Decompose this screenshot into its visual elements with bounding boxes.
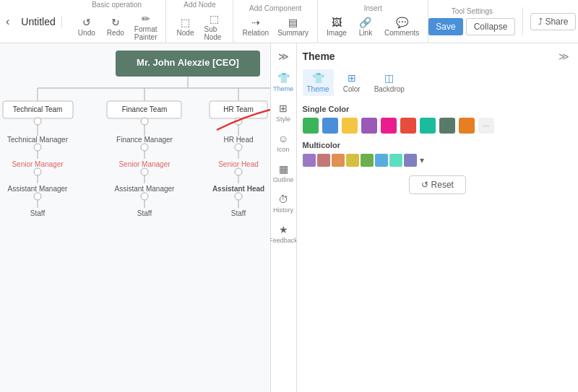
sidebar-icon-strip: ≫ 👕 Theme ⊞ Style ☺ Icon ▦ Outline ⏱ His… xyxy=(270,43,296,392)
back-button[interactable]: ‹ xyxy=(0,12,15,31)
relation-button[interactable]: ⇢Relation xyxy=(239,15,272,38)
multicolor-4[interactable] xyxy=(346,154,359,167)
outline-icon-button[interactable]: ▦ Outline xyxy=(271,159,296,188)
history-icon: ⏱ xyxy=(278,193,288,205)
theme-icon: 👕 xyxy=(277,72,290,84)
multicolor-dropdown[interactable]: ▾ xyxy=(420,155,424,165)
tab-backdrop-icon: ◫ xyxy=(384,72,394,84)
color-swatch-blue[interactable] xyxy=(322,118,338,134)
svg-text:HR Head: HR Head xyxy=(223,136,253,144)
tab-color[interactable]: ⊞ Color xyxy=(337,69,367,96)
collapse-sidebar-button[interactable]: ≫ xyxy=(271,46,296,66)
share-icon: ⤴ xyxy=(538,17,543,27)
tab-color-icon: ⊞ xyxy=(348,72,356,84)
icon-icon: ☺ xyxy=(278,133,288,144)
svg-point-41 xyxy=(235,168,242,175)
collapse-icon: ≫ xyxy=(278,51,289,62)
sub-node-button[interactable]: ⬚Sub Node xyxy=(201,12,227,43)
tab-theme-label: Theme xyxy=(307,85,329,93)
svg-point-20 xyxy=(141,118,148,125)
svg-text:Assistant Manager: Assistant Manager xyxy=(8,185,68,193)
reset-icon: ↺ xyxy=(421,180,428,190)
feedback-icon: ★ xyxy=(279,224,288,235)
theme-panel-title: Theme xyxy=(303,51,335,62)
color-swatch-dark-green[interactable] xyxy=(439,118,455,134)
format-painter-button[interactable]: ✏Format Painter xyxy=(131,12,160,43)
collapse-button[interactable]: Collapse xyxy=(466,18,516,35)
color-swatch-orange[interactable] xyxy=(459,118,475,134)
theme-panel: Theme ≫ 👕 Theme ⊞ Color ◫ Backdrop Singl… xyxy=(296,43,579,392)
redo-button[interactable]: ↻Redo xyxy=(103,15,129,38)
svg-point-11 xyxy=(34,168,41,175)
color-swatch-more[interactable]: ··· xyxy=(478,118,494,134)
tab-theme-icon: 👕 xyxy=(312,72,324,84)
color-swatch-green[interactable] xyxy=(303,118,319,134)
color-swatch-pink[interactable] xyxy=(381,118,397,134)
icon-icon-label: Icon xyxy=(277,146,289,153)
save-button[interactable]: Save xyxy=(428,18,462,35)
style-icon-button[interactable]: ⊞ Style xyxy=(271,98,296,127)
root-label: Mr. John Alexzie [CEO] xyxy=(137,57,239,68)
multicolor-label: Multicolor xyxy=(303,141,573,149)
svg-point-29 xyxy=(141,193,148,200)
reset-button[interactable]: ↺ Reset xyxy=(409,175,466,194)
svg-text:Finance Team: Finance Team xyxy=(122,105,168,113)
svg-text:Senior Manager: Senior Manager xyxy=(12,160,64,168)
history-icon-button[interactable]: ⏱ History xyxy=(271,189,296,218)
single-color-label: Single Color xyxy=(303,105,573,113)
multicolor-7[interactable] xyxy=(389,154,402,167)
toolbar-group-basic: Basic operation ↺Undo ↻Redo ✏Format Pain… xyxy=(68,0,167,43)
svg-text:Technical Manager: Technical Manager xyxy=(7,136,69,144)
style-icon-label: Style xyxy=(276,116,290,123)
multicolor-8[interactable] xyxy=(404,154,417,167)
share-button[interactable]: ⤴ Share xyxy=(530,13,576,30)
svg-point-35 xyxy=(235,118,242,125)
icon-icon-button[interactable]: ☺ Icon xyxy=(271,129,296,157)
multicolor-2[interactable] xyxy=(317,154,330,167)
multicolor-3[interactable] xyxy=(332,154,345,167)
svg-point-14 xyxy=(34,193,41,200)
theme-icon-button[interactable]: 👕 Theme xyxy=(271,68,296,97)
tab-theme[interactable]: 👕 Theme xyxy=(303,69,334,96)
svg-point-38 xyxy=(235,144,242,151)
undo-button[interactable]: ↺Undo xyxy=(74,15,100,38)
add-component-label: Add Component xyxy=(249,4,301,12)
svg-point-8 xyxy=(34,144,41,151)
outline-icon-label: Outline xyxy=(273,176,294,183)
color-swatch-teal[interactable] xyxy=(420,118,436,134)
svg-point-5 xyxy=(34,118,41,125)
insert-label: Insert xyxy=(364,4,382,12)
multicolor-1[interactable] xyxy=(303,154,316,167)
color-swatch-purple[interactable] xyxy=(361,118,377,134)
link-button[interactable]: 🔗Link xyxy=(353,15,379,38)
feedback-icon-label: Feedback xyxy=(269,237,298,244)
tab-color-label: Color xyxy=(343,85,361,93)
color-swatch-yellow[interactable] xyxy=(342,118,358,134)
node-button[interactable]: ⬚Node xyxy=(172,15,198,38)
image-button[interactable]: 🖼Image xyxy=(324,15,350,38)
reset-label: Reset xyxy=(431,180,454,190)
tab-backdrop-label: Backdrop xyxy=(374,85,405,93)
svg-text:HR Team: HR Team xyxy=(223,105,254,113)
svg-text:Technical Team: Technical Team xyxy=(13,105,63,113)
multicolor-5[interactable] xyxy=(361,154,374,167)
canvas[interactable]: Mr. John Alexzie [CEO] Technical Team Te… xyxy=(0,43,270,392)
feedback-icon-button[interactable]: ★ Feedback xyxy=(271,219,296,248)
svg-text:Staff: Staff xyxy=(231,209,246,217)
svg-text:Staff: Staff xyxy=(137,209,152,217)
svg-text:Finance Manager: Finance Manager xyxy=(116,136,173,144)
svg-text:Staff: Staff xyxy=(30,209,46,217)
color-swatch-red[interactable] xyxy=(400,118,416,134)
tab-backdrop[interactable]: ◫ Backdrop xyxy=(370,69,409,96)
theme-panel-collapse-button[interactable]: ≫ xyxy=(556,49,572,64)
summary-button[interactable]: ▤Summary xyxy=(275,15,311,38)
document-title[interactable]: Untitled xyxy=(15,16,61,27)
theme-icon-label: Theme xyxy=(273,85,293,92)
style-icon: ⊞ xyxy=(279,103,288,114)
multicolor-6[interactable] xyxy=(375,154,388,167)
tool-settings-label: Tool Settings xyxy=(452,7,493,15)
theme-tabs: 👕 Theme ⊞ Color ◫ Backdrop xyxy=(303,69,573,96)
toolbar: ‹ Untitled Basic operation ↺Undo ↻Redo ✏… xyxy=(0,0,578,43)
basic-op-label: Basic operation xyxy=(92,1,142,9)
comments-button[interactable]: 💬Comments xyxy=(381,15,422,38)
